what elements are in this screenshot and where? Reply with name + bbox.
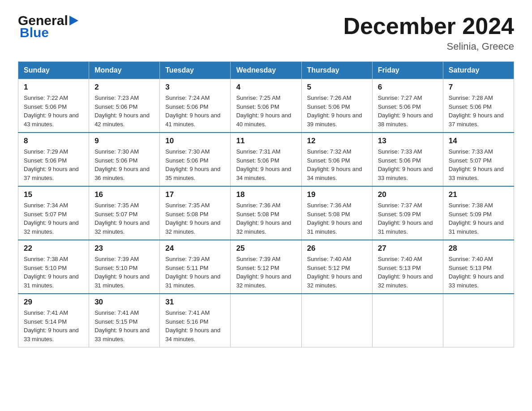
calendar-cell: 22 Sunrise: 7:38 AMSunset: 5:10 PMDaylig… [18, 240, 89, 294]
day-number: 30 [94, 298, 154, 307]
calendar-cell: 26 Sunrise: 7:40 AMSunset: 5:12 PMDaylig… [301, 240, 372, 294]
calendar-cell [231, 294, 301, 347]
calendar-week-row: 29 Sunrise: 7:41 AMSunset: 5:14 PMDaylig… [18, 294, 514, 347]
day-number: 21 [449, 190, 508, 199]
calendar-cell: 3 Sunrise: 7:24 AMSunset: 5:06 PMDayligh… [160, 79, 231, 133]
day-info: Sunrise: 7:26 AMSunset: 5:06 PMDaylight:… [307, 94, 362, 128]
day-number: 29 [24, 298, 83, 307]
day-number: 26 [307, 244, 367, 253]
logo-blue-text: Blue [20, 26, 78, 39]
day-of-week-header: Saturday [443, 62, 514, 79]
svg-marker-0 [69, 16, 78, 26]
calendar-table: SundayMondayTuesdayWednesdayThursdayFrid… [18, 61, 514, 347]
calendar-cell: 30 Sunrise: 7:41 AMSunset: 5:15 PMDaylig… [89, 294, 160, 347]
day-number: 14 [449, 137, 508, 146]
calendar-cell: 8 Sunrise: 7:29 AMSunset: 5:06 PMDayligh… [18, 133, 89, 186]
day-number: 15 [24, 190, 83, 199]
calendar-week-row: 8 Sunrise: 7:29 AMSunset: 5:06 PMDayligh… [18, 133, 514, 186]
day-of-week-header: Tuesday [160, 62, 231, 79]
day-of-week-header: Wednesday [231, 62, 301, 79]
day-number: 19 [307, 190, 367, 199]
day-number: 17 [165, 190, 225, 199]
day-number: 10 [165, 137, 225, 146]
day-info: Sunrise: 7:33 AMSunset: 5:07 PMDaylight:… [449, 148, 504, 181]
calendar-cell: 15 Sunrise: 7:34 AMSunset: 5:07 PMDaylig… [18, 186, 89, 240]
calendar-cell: 12 Sunrise: 7:32 AMSunset: 5:06 PMDaylig… [301, 133, 372, 186]
day-info: Sunrise: 7:30 AMSunset: 5:06 PMDaylight:… [94, 148, 150, 181]
day-number: 6 [378, 83, 438, 92]
calendar-cell [372, 294, 443, 347]
day-info: Sunrise: 7:33 AMSunset: 5:06 PMDaylight:… [378, 148, 433, 181]
day-number: 28 [449, 244, 508, 253]
day-info: Sunrise: 7:41 AMSunset: 5:14 PMDaylight:… [24, 309, 79, 342]
day-number: 9 [94, 137, 154, 146]
day-number: 22 [24, 244, 83, 253]
day-number: 12 [307, 137, 367, 146]
day-info: Sunrise: 7:37 AMSunset: 5:09 PMDaylight:… [378, 202, 433, 235]
day-info: Sunrise: 7:23 AMSunset: 5:06 PMDaylight:… [94, 94, 150, 128]
calendar-cell: 27 Sunrise: 7:40 AMSunset: 5:13 PMDaylig… [372, 240, 443, 294]
day-info: Sunrise: 7:41 AMSunset: 5:15 PMDaylight:… [94, 309, 150, 342]
calendar-cell: 9 Sunrise: 7:30 AMSunset: 5:06 PMDayligh… [89, 133, 160, 186]
calendar-cell: 28 Sunrise: 7:40 AMSunset: 5:13 PMDaylig… [443, 240, 514, 294]
day-info: Sunrise: 7:30 AMSunset: 5:06 PMDaylight:… [165, 148, 220, 181]
day-number: 18 [236, 190, 296, 199]
day-number: 23 [94, 244, 154, 253]
day-info: Sunrise: 7:22 AMSunset: 5:06 PMDaylight:… [24, 94, 79, 128]
calendar-cell: 29 Sunrise: 7:41 AMSunset: 5:14 PMDaylig… [18, 294, 89, 347]
day-info: Sunrise: 7:28 AMSunset: 5:06 PMDaylight:… [449, 94, 504, 128]
day-info: Sunrise: 7:24 AMSunset: 5:06 PMDaylight:… [165, 94, 220, 128]
calendar-cell: 10 Sunrise: 7:30 AMSunset: 5:06 PMDaylig… [160, 133, 231, 186]
day-number: 13 [378, 137, 438, 146]
calendar-cell: 6 Sunrise: 7:27 AMSunset: 5:06 PMDayligh… [372, 79, 443, 133]
day-number: 1 [24, 83, 83, 92]
calendar-cell: 31 Sunrise: 7:41 AMSunset: 5:16 PMDaylig… [160, 294, 231, 347]
day-info: Sunrise: 7:35 AMSunset: 5:08 PMDaylight:… [165, 202, 220, 235]
calendar-cell: 23 Sunrise: 7:39 AMSunset: 5:10 PMDaylig… [89, 240, 160, 294]
day-number: 7 [449, 83, 508, 92]
day-info: Sunrise: 7:38 AMSunset: 5:10 PMDaylight:… [24, 256, 79, 289]
day-info: Sunrise: 7:34 AMSunset: 5:07 PMDaylight:… [24, 202, 79, 235]
day-number: 4 [236, 83, 296, 92]
logo: General Blue [18, 13, 78, 39]
day-number: 25 [236, 244, 296, 253]
calendar-cell: 25 Sunrise: 7:39 AMSunset: 5:12 PMDaylig… [231, 240, 301, 294]
calendar-cell: 14 Sunrise: 7:33 AMSunset: 5:07 PMDaylig… [443, 133, 514, 186]
calendar-cell: 17 Sunrise: 7:35 AMSunset: 5:08 PMDaylig… [160, 186, 231, 240]
month-title: December 2024 [343, 13, 514, 39]
day-info: Sunrise: 7:39 AMSunset: 5:10 PMDaylight:… [94, 256, 150, 289]
calendar-cell [301, 294, 372, 347]
day-number: 11 [236, 137, 296, 146]
day-number: 24 [165, 244, 225, 253]
day-of-week-header: Sunday [18, 62, 89, 79]
title-block: December 2024 Selinia, Greece [343, 13, 514, 52]
day-info: Sunrise: 7:39 AMSunset: 5:11 PMDaylight:… [165, 256, 220, 289]
calendar-cell [443, 294, 514, 347]
day-info: Sunrise: 7:32 AMSunset: 5:06 PMDaylight:… [307, 148, 362, 181]
day-info: Sunrise: 7:39 AMSunset: 5:12 PMDaylight:… [236, 256, 291, 289]
calendar-cell: 1 Sunrise: 7:22 AMSunset: 5:06 PMDayligh… [18, 79, 89, 133]
calendar-cell: 7 Sunrise: 7:28 AMSunset: 5:06 PMDayligh… [443, 79, 514, 133]
day-of-week-header: Friday [372, 62, 443, 79]
day-info: Sunrise: 7:38 AMSunset: 5:09 PMDaylight:… [449, 202, 504, 235]
day-of-week-header: Thursday [301, 62, 372, 79]
calendar-body: 1 Sunrise: 7:22 AMSunset: 5:06 PMDayligh… [18, 79, 514, 347]
calendar-cell: 20 Sunrise: 7:37 AMSunset: 5:09 PMDaylig… [372, 186, 443, 240]
calendar-cell: 13 Sunrise: 7:33 AMSunset: 5:06 PMDaylig… [372, 133, 443, 186]
days-of-week-row: SundayMondayTuesdayWednesdayThursdayFrid… [18, 62, 514, 79]
day-info: Sunrise: 7:27 AMSunset: 5:06 PMDaylight:… [378, 94, 433, 128]
calendar-cell: 2 Sunrise: 7:23 AMSunset: 5:06 PMDayligh… [89, 79, 160, 133]
day-number: 20 [378, 190, 438, 199]
day-number: 3 [165, 83, 225, 92]
calendar-week-row: 15 Sunrise: 7:34 AMSunset: 5:07 PMDaylig… [18, 186, 514, 240]
location-label: Selinia, Greece [343, 41, 514, 52]
day-info: Sunrise: 7:29 AMSunset: 5:06 PMDaylight:… [24, 148, 79, 181]
day-info: Sunrise: 7:41 AMSunset: 5:16 PMDaylight:… [165, 309, 220, 342]
day-info: Sunrise: 7:36 AMSunset: 5:08 PMDaylight:… [307, 202, 362, 235]
page-header: General Blue December 2024 Selinia, Gree… [18, 13, 514, 52]
day-info: Sunrise: 7:40 AMSunset: 5:12 PMDaylight:… [307, 256, 362, 289]
day-number: 31 [165, 298, 225, 307]
day-number: 2 [94, 83, 154, 92]
day-info: Sunrise: 7:40 AMSunset: 5:13 PMDaylight:… [378, 256, 433, 289]
calendar-cell: 21 Sunrise: 7:38 AMSunset: 5:09 PMDaylig… [443, 186, 514, 240]
